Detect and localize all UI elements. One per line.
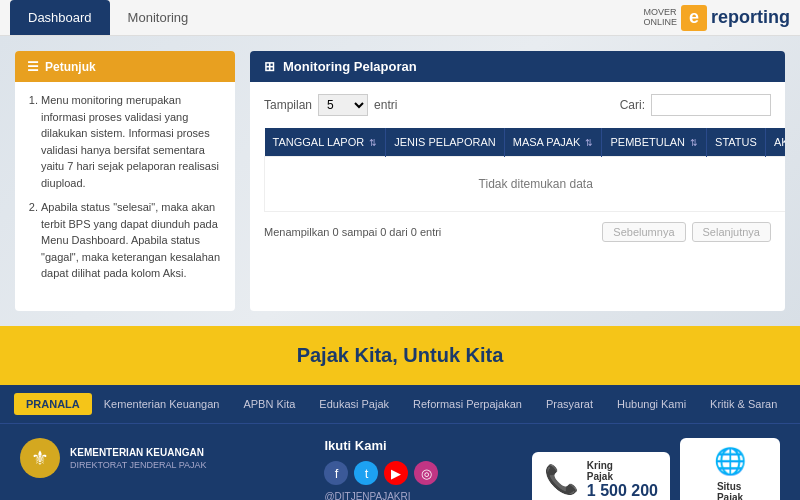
pagination-buttons: Sebelumnya Selanjutnya bbox=[602, 222, 771, 242]
data-table: TANGGAL LAPOR ⇅ JENIS PELAPORAN MASA PAJ… bbox=[264, 128, 785, 212]
facebook-icon[interactable]: f bbox=[324, 461, 348, 485]
footer-badges: 📞 Kring Pajak 1 500 200 🌐 Situs Pajak ww… bbox=[532, 438, 780, 500]
col-aksi: AKSI bbox=[765, 128, 785, 157]
tampilan-label: Tampilan bbox=[264, 98, 312, 112]
footer-social-title: Ikuti Kami bbox=[324, 438, 438, 453]
logo-reporting-text: reporting bbox=[711, 7, 790, 28]
phone-icon: 📞 bbox=[544, 463, 579, 496]
footer-address: Jalan Gatot Subroto, Kav. 40-42, Jakarta… bbox=[20, 488, 231, 500]
cari-label: Cari: bbox=[620, 98, 645, 112]
petunjuk-title: Petunjuk bbox=[45, 60, 96, 74]
monitoring-controls: Tampilan 5 10 25 entri Cari: bbox=[264, 94, 771, 116]
table-header-row: TANGGAL LAPOR ⇅ JENIS PELAPORAN MASA PAJ… bbox=[265, 128, 786, 157]
col-tanggal-lapor: TANGGAL LAPOR ⇅ bbox=[265, 128, 386, 157]
col-masa-pajak: MASA PAJAK ⇅ bbox=[504, 128, 602, 157]
footer-org-sub: DIREKTORAT JENDERAL PAJAK bbox=[70, 460, 207, 470]
prev-button[interactable]: Sebelumnya bbox=[602, 222, 685, 242]
footer-nav-reformasi[interactable]: Reformasi Perpajakan bbox=[401, 393, 534, 415]
kring-info: Kring Pajak 1 500 200 bbox=[587, 460, 658, 500]
main-content: ☰ Petunjuk Menu monitoring merupakan inf… bbox=[0, 36, 800, 326]
no-data-row: Tidak ditemukan data bbox=[265, 157, 786, 212]
col-status: STATUS bbox=[707, 128, 766, 157]
footer-social-handle: @DITJENPAJAKRI bbox=[324, 491, 438, 500]
petunjuk-header: ☰ Petunjuk bbox=[15, 51, 235, 82]
no-data-cell: Tidak ditemukan data bbox=[265, 157, 786, 212]
kring-label: Kring Pajak bbox=[587, 460, 658, 482]
tab-bar: Dashboard Monitoring bbox=[10, 0, 206, 35]
kring-number: 1 500 200 bbox=[587, 482, 658, 500]
petunjuk-item-2: Apabila status "selesai", maka akan terb… bbox=[41, 199, 223, 282]
kring-pajak-badge: 📞 Kring Pajak 1 500 200 bbox=[532, 452, 670, 501]
footer-nav-edukasi[interactable]: Edukasi Pajak bbox=[307, 393, 401, 415]
globe-icon: 🌐 bbox=[714, 446, 746, 477]
footer-org-name: KEMENTERIAN KEUANGAN bbox=[70, 446, 207, 460]
youtube-icon[interactable]: ▶ bbox=[384, 461, 408, 485]
footer-nav-kemenkeu[interactable]: Kementerian Keuangan bbox=[92, 393, 232, 415]
tab-dashboard[interactable]: Dashboard bbox=[10, 0, 110, 35]
monitoring-body: Tampilan 5 10 25 entri Cari: bbox=[250, 82, 785, 254]
footer-nav-prasyarat[interactable]: Prasyarat bbox=[534, 393, 605, 415]
footer-nav-kritik[interactable]: Kritik & Saran bbox=[698, 393, 789, 415]
footer-logo-row: ⚜ KEMENTERIAN KEUANGAN DIREKTORAT JENDER… bbox=[20, 438, 231, 478]
cari-row: Cari: bbox=[620, 94, 771, 116]
footer-nav-apbn[interactable]: APBN Kita bbox=[231, 393, 307, 415]
footer-social: Ikuti Kami f t ▶ ◎ @DITJENPAJAKRI bbox=[324, 438, 438, 500]
petunjuk-item-1: Menu monitoring merupakan informasi pros… bbox=[41, 92, 223, 191]
footer-emblem: ⚜ bbox=[20, 438, 60, 478]
entri-label: entri bbox=[374, 98, 397, 112]
footer-logo-section: ⚜ KEMENTERIAN KEUANGAN DIREKTORAT JENDER… bbox=[20, 438, 231, 500]
sort-icon-masa: ⇅ bbox=[585, 138, 593, 148]
twitter-icon[interactable]: t bbox=[354, 461, 378, 485]
tampilan-select[interactable]: 5 10 25 bbox=[318, 94, 368, 116]
next-button[interactable]: Selanjutnya bbox=[692, 222, 772, 242]
tampilan-row: Tampilan 5 10 25 entri bbox=[264, 94, 397, 116]
sort-icon-pembetulan: ⇅ bbox=[690, 138, 698, 148]
footer-nav-hubungi[interactable]: Hubungi Kami bbox=[605, 393, 698, 415]
monitoring-panel: ⊞ Monitoring Pelaporan Tampilan 5 10 25 … bbox=[250, 51, 785, 311]
petunjuk-panel: ☰ Petunjuk Menu monitoring merupakan inf… bbox=[15, 51, 235, 311]
footer-nav: PRANALA Kementerian Keuangan APBN Kita E… bbox=[0, 385, 800, 423]
tab-monitoring[interactable]: Monitoring bbox=[110, 0, 207, 35]
situs-label: Situs Pajak bbox=[717, 481, 743, 500]
petunjuk-body: Menu monitoring merupakan informasi pros… bbox=[15, 82, 235, 300]
header-bar: Dashboard Monitoring MOVER ONLINE e repo… bbox=[0, 0, 800, 36]
monitor-icon: ⊞ bbox=[264, 59, 275, 74]
situs-pajak-badge[interactable]: 🌐 Situs Pajak www.pajak.go.id bbox=[680, 438, 780, 500]
col-pembetulan: PEMBETULAN ⇅ bbox=[602, 128, 707, 157]
footer-nav-pranala[interactable]: PRANALA bbox=[14, 393, 92, 415]
yellow-bar: Pajak Kita, Untuk Kita bbox=[0, 326, 800, 385]
logo-e-badge: e bbox=[681, 5, 707, 31]
pagination-row: Menampilkan 0 sampai 0 dari 0 entri Sebe… bbox=[264, 222, 771, 242]
footer-bottom: ⚜ KEMENTERIAN KEUANGAN DIREKTORAT JENDER… bbox=[0, 423, 800, 500]
pagination-info: Menampilkan 0 sampai 0 dari 0 entri bbox=[264, 226, 441, 238]
yellow-bar-text: Pajak Kita, Untuk Kita bbox=[297, 344, 504, 366]
social-icons-row: f t ▶ ◎ bbox=[324, 461, 438, 485]
logo-area: MOVER ONLINE e reporting bbox=[643, 5, 790, 31]
col-jenis-pelaporan: JENIS PELAPORAN bbox=[386, 128, 504, 157]
cari-input[interactable] bbox=[651, 94, 771, 116]
monitoring-header: ⊞ Monitoring Pelaporan bbox=[250, 51, 785, 82]
logo-small-text: MOVER ONLINE bbox=[643, 8, 677, 28]
list-icon: ☰ bbox=[27, 59, 39, 74]
sort-icon-tanggal: ⇅ bbox=[369, 138, 377, 148]
instagram-icon[interactable]: ◎ bbox=[414, 461, 438, 485]
footer-org-info: KEMENTERIAN KEUANGAN DIREKTORAT JENDERAL… bbox=[70, 446, 207, 470]
monitoring-title: Monitoring Pelaporan bbox=[283, 59, 417, 74]
